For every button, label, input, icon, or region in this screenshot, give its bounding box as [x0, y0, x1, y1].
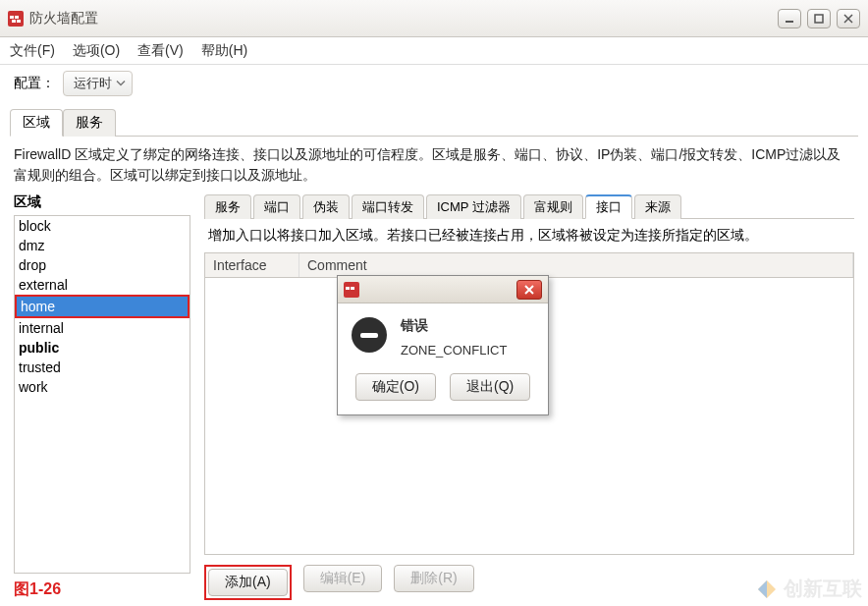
title-bar: 防火墙配置 [0, 0, 868, 37]
close-button[interactable] [837, 9, 860, 28]
svg-rect-4 [17, 20, 21, 23]
figure-label: 图1-26 [14, 579, 190, 600]
svg-rect-3 [12, 20, 16, 23]
menu-help[interactable]: 帮助(H) [201, 42, 247, 60]
tab-services[interactable]: 服务 [63, 109, 116, 137]
svg-rect-11 [351, 287, 354, 290]
config-row: 配置： 运行时 [0, 65, 868, 102]
error-dialog: 错误 ZONE_CONFLICT 确定(O) 退出(Q) [337, 275, 549, 415]
zone-list[interactable]: block dmz drop external home internal pu… [14, 215, 190, 574]
col-interface[interactable]: Interface [205, 253, 299, 277]
col-comment[interactable]: Comment [299, 253, 853, 277]
interfaces-description: 增加入口以将接口加入区域。若接口已经被连接占用，区域将被设定为连接所指定的区域。 [204, 219, 854, 252]
config-label: 配置： [14, 75, 55, 92]
minimize-button[interactable] [778, 9, 801, 28]
inner-tab-ports[interactable]: 端口 [253, 194, 300, 219]
zone-item-trusted[interactable]: trusted [15, 358, 190, 377]
menu-view[interactable]: 查看(V) [137, 42, 184, 60]
zone-list-label: 区域 [14, 193, 190, 211]
inner-tab-icmp[interactable]: ICMP 过滤器 [426, 194, 521, 219]
dialog-text: 错误 ZONE_CONFLICT [401, 317, 507, 358]
svg-rect-1 [10, 16, 14, 19]
svg-rect-6 [815, 15, 823, 23]
inner-tab-services[interactable]: 服务 [204, 194, 251, 219]
dialog-quit-button[interactable]: 退出(Q) [450, 373, 530, 401]
zone-item-public[interactable]: public [15, 338, 190, 358]
menu-bar: 文件(F) 选项(O) 查看(V) 帮助(H) [0, 37, 868, 65]
zone-item-external[interactable]: external [15, 275, 190, 295]
inner-tab-sources[interactable]: 来源 [634, 194, 681, 219]
inner-tab-port-forward[interactable]: 端口转发 [352, 194, 424, 219]
svg-rect-10 [346, 287, 350, 290]
maximize-button[interactable] [807, 9, 831, 28]
firewall-icon [8, 11, 24, 27]
tab-zones[interactable]: 区域 [10, 109, 63, 137]
menu-file[interactable]: 文件(F) [10, 42, 55, 60]
config-select[interactable]: 运行时 [63, 71, 133, 96]
zone-item-internal[interactable]: internal [15, 318, 190, 338]
zone-panel: 区域 block dmz drop external home internal… [14, 193, 190, 600]
dialog-actions: 确定(O) 退出(Q) [338, 363, 548, 414]
dialog-error-message: ZONE_CONFLICT [401, 343, 507, 358]
window-title: 防火墙配置 [29, 10, 778, 28]
zone-item-dmz[interactable]: dmz [15, 236, 190, 255]
error-circle-icon [352, 317, 387, 353]
zones-description: FirewallD 区域定义了绑定的网络连接、接口以及源地址的可信程度。区域是服… [0, 137, 868, 193]
zone-item-work[interactable]: work [15, 377, 190, 397]
outer-tabs: 区域 服务 [10, 108, 858, 137]
dialog-body: 错误 ZONE_CONFLICT [338, 303, 548, 363]
dialog-app-icon [344, 282, 359, 298]
dialog-ok-button[interactable]: 确定(O) [355, 373, 436, 401]
chevron-down-icon [116, 77, 126, 91]
dialog-close-button[interactable] [516, 280, 542, 300]
inner-tabs: 服务 端口 伪装 端口转发 ICMP 过滤器 富规则 接口 来源 [204, 193, 854, 219]
zone-item-drop[interactable]: drop [15, 255, 190, 275]
dialog-titlebar [338, 276, 548, 303]
config-select-value: 运行时 [74, 75, 112, 92]
menu-options[interactable]: 选项(O) [73, 42, 120, 60]
svg-rect-2 [15, 16, 19, 19]
window-controls [778, 9, 860, 28]
zone-item-block[interactable]: block [15, 216, 190, 236]
inner-tab-masq[interactable]: 伪装 [302, 194, 350, 219]
inner-tab-rich[interactable]: 富规则 [523, 194, 583, 219]
inner-tab-interfaces[interactable]: 接口 [585, 194, 632, 219]
zone-item-home[interactable]: home [15, 295, 190, 318]
dialog-error-title: 错误 [401, 317, 507, 335]
